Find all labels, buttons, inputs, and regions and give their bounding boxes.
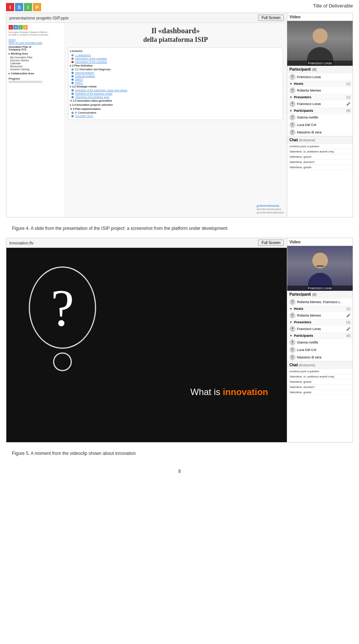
slide-title-area: Il «dashboard» della piattaforma ISIP — [143, 27, 208, 44]
chat2-msg2: Valentina: si, andiamo avanti cmq — [287, 374, 353, 379]
svg-point-10 — [292, 348, 294, 350]
lecture-link[interactable]: Objectives and strategic axes — [75, 96, 109, 98]
participant-name-massimo: Massimo di vera — [297, 130, 350, 134]
chat2-msg3: Valentina: grazie — [287, 379, 353, 385]
lecture-link[interactable]: 1. Awareness — [75, 54, 91, 56]
slide-content1: I S I P Innovation Strategic Initiatives… — [6, 23, 287, 217]
snl-i2: I — [18, 25, 23, 30]
presenter-name2: Francisco Loras — [297, 327, 345, 331]
figure5-caption: Figure 5. A moment from the videoclip sh… — [6, 447, 353, 463]
lecture-item: Information of the company — [71, 57, 281, 60]
lecture-dot — [71, 68, 74, 71]
figure4-caption: Figure 4. A slide from the presentation … — [6, 222, 353, 238]
top-participant-row2: Roberta Memeo, Francisco L. — [287, 298, 353, 306]
person-head2 — [312, 253, 328, 268]
lectures-header: Lectures — [70, 49, 281, 53]
lecture-link[interactable]: Definition of the objectives, vision and… — [75, 89, 127, 92]
partecipanti-label1: Partecipanti — [289, 67, 311, 71]
chat-msg5: Valentina: grazie — [287, 165, 353, 170]
presenter-row1: Francisco Loras 🎤 — [287, 100, 353, 108]
slide-nav-work[interactable]: Work on your innovation plan — [9, 41, 62, 44]
participants-divider1: ▼ Participants (6) — [287, 108, 353, 114]
lecture-dot — [71, 93, 74, 95]
slide2-text-innovation: innovation — [223, 387, 268, 397]
svg-point-0 — [292, 76, 294, 77]
lecture-link[interactable]: FOLDER TEST — [75, 115, 93, 117]
slide-nav-progress-label: Progress — [9, 77, 62, 80]
hosts-label2: Hosts — [294, 307, 345, 311]
top-participant-name2: Roberta Memeo, Francisco L. — [297, 300, 350, 304]
lecture-section: ▸ 2.2 Strategic review — [70, 85, 281, 88]
svg-point-9 — [292, 341, 294, 343]
svg-point-6 — [292, 301, 294, 302]
snl-p: P — [23, 25, 28, 30]
slide-filename1: presentazione progetto ISIP.pptx — [9, 16, 69, 20]
presenters-count2: (1) — [346, 320, 350, 324]
chat-msg4: Valentina: docebo? — [287, 160, 353, 165]
lecture-link[interactable]: SWOT — [75, 78, 83, 81]
lecture-item: 1. Awareness — [71, 54, 281, 56]
lecture-text: 4. Communication — [75, 111, 96, 114]
lecture-link[interactable]: Information of the company — [75, 57, 107, 60]
slide-topbar1: presentazione progetto ISIP.pptx Full Sc… — [6, 13, 287, 23]
slide-nav-working-area: ▸ Working Area — [9, 52, 62, 55]
lecture-link[interactable]: External analysis — [75, 75, 95, 77]
participant-name2-luca: Luca Del Col — [297, 348, 350, 352]
participant-name2-massimo: Massimo di vera — [297, 355, 350, 359]
lecture-dot — [71, 61, 74, 63]
lecture-dot — [71, 54, 74, 56]
participants-section2: Partecipanti (8) Roberta Memeo, Francisc… — [287, 291, 353, 442]
slide-title-it: Il «dashboard» — [143, 27, 208, 35]
participants-divider2: ▼ Participants (6) — [287, 333, 353, 339]
question-mark-container: ? — [29, 266, 96, 371]
participants-count1: (8) — [312, 68, 316, 71]
slide-left-nav: I S I P Innovation Strategic Initiatives… — [6, 23, 64, 217]
slide-nav-logo: I S I P — [9, 25, 62, 30]
lecture-dot — [71, 75, 74, 77]
participants-header1: Partecipanti (8) — [287, 66, 353, 73]
video-name-label1: Francisco Loras — [287, 61, 353, 66]
slide-title-en: della piattaforma ISIP — [143, 36, 208, 44]
lecture-item: 2.1 Information and Diagnosys — [71, 68, 281, 71]
lecture-link[interactable]: SWOT — [75, 81, 83, 84]
slide-panel1: presentazione progetto ISIP.pptx Full Sc… — [6, 13, 287, 217]
participants-header2: Partecipanti (8) — [287, 291, 353, 298]
participants-triangle2: ▼ — [289, 334, 292, 338]
slide-nav-home[interactable]: Home — [9, 38, 62, 41]
chat-header1: Chat (Everyone) — [287, 136, 353, 144]
slide-nav-success: Success Stories — [10, 59, 62, 62]
question-mark-symbol: ? — [29, 266, 96, 349]
slide-topbar2: Innovation.flv Full Screen — [6, 238, 287, 248]
lecture-link[interactable]: Information of the company — [75, 61, 107, 63]
lecture-link[interactable]: Internal analysis — [75, 71, 94, 74]
slide-nav-collaborative: ▸ Collaborative Area — [9, 72, 62, 75]
main-content: presentazione progetto ISIP.pptx Full Sc… — [0, 13, 359, 463]
lecture-dot — [71, 58, 74, 60]
fullscreen-button1[interactable]: Full Screen — [258, 15, 284, 21]
host-avatar2 — [289, 312, 295, 318]
hosts-label1: Hosts — [294, 82, 345, 86]
snl-s: S — [13, 25, 18, 30]
lecture-item: FOLDER TEST — [71, 115, 281, 117]
participants-section1: Partecipanti (8) Francisco Loras ▼ Hosts… — [287, 66, 353, 217]
slide-content2: ? What is innovation — [6, 248, 287, 442]
lecture-link[interactable]: Definition of the business model — [75, 92, 112, 95]
presenter-avatar1 — [289, 101, 295, 107]
logo-i: I — [6, 3, 14, 11]
chat-msg2: Valentina: si, andiamo avanti cmq — [287, 149, 353, 154]
fullscreen-button2[interactable]: Full Screen — [258, 240, 284, 246]
participant-avatar-top2 — [289, 299, 295, 305]
page-number: 8 — [0, 463, 359, 480]
participant-row3: Massimo di vera — [287, 129, 353, 136]
presenters-count1: (1) — [346, 95, 350, 99]
lecture-dot — [71, 78, 74, 81]
chat2-msg4: Valentina: docebo? — [287, 385, 353, 390]
presenters-label1: Presenters — [294, 95, 345, 99]
presenters-label2: Presenters — [294, 320, 345, 324]
presenters-divider2: ▼ Presenters (1) — [287, 319, 353, 325]
slide2-text-prefix: What is — [190, 387, 223, 397]
slide-nav-innovation-plan: Innovation Plan ofCompany XYZ — [9, 46, 62, 51]
slide-nav-calendar: Calendar — [10, 62, 62, 65]
host-name2: Roberta Memeo — [297, 314, 345, 317]
svg-point-1 — [292, 89, 294, 91]
